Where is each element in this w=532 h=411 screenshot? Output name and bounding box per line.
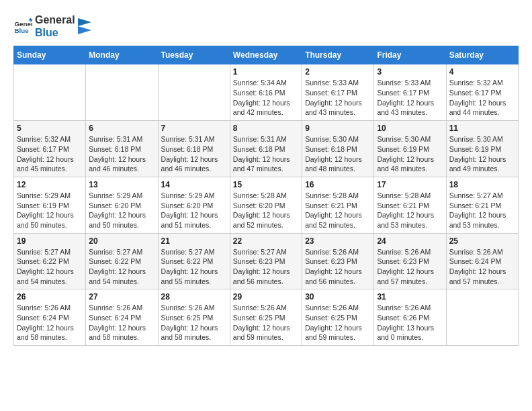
day-info: Sunrise: 5:26 AM Sunset: 6:24 PM Dayligh… xyxy=(89,303,154,342)
calendar-day-cell xyxy=(446,289,518,346)
day-number: 14 xyxy=(161,180,227,189)
calendar-week-row: 19Sunrise: 5:27 AM Sunset: 6:22 PM Dayli… xyxy=(14,233,519,289)
day-number: 10 xyxy=(377,124,443,133)
day-number: 13 xyxy=(89,180,154,189)
day-number: 12 xyxy=(17,180,83,189)
day-number: 16 xyxy=(305,180,371,189)
day-info: Sunrise: 5:34 AM Sunset: 6:16 PM Dayligh… xyxy=(233,78,299,118)
calendar-day-cell: 15Sunrise: 5:28 AM Sunset: 6:20 PM Dayli… xyxy=(230,177,302,233)
day-number: 3 xyxy=(377,67,443,77)
day-number: 4 xyxy=(449,67,515,77)
day-number: 20 xyxy=(89,236,154,246)
day-info: Sunrise: 5:30 AM Sunset: 6:19 PM Dayligh… xyxy=(449,134,515,174)
day-number: 7 xyxy=(161,124,227,133)
calendar-day-cell: 24Sunrise: 5:26 AM Sunset: 6:23 PM Dayli… xyxy=(374,233,446,289)
day-number: 23 xyxy=(305,236,371,246)
day-info: Sunrise: 5:30 AM Sunset: 6:19 PM Dayligh… xyxy=(377,134,443,174)
calendar-day-cell: 5Sunrise: 5:32 AM Sunset: 6:17 PM Daylig… xyxy=(14,121,86,177)
day-info: Sunrise: 5:26 AM Sunset: 6:23 PM Dayligh… xyxy=(305,247,371,287)
calendar-day-cell: 8Sunrise: 5:31 AM Sunset: 6:18 PM Daylig… xyxy=(230,121,302,177)
day-number: 8 xyxy=(233,124,299,133)
weekday-header: Tuesday xyxy=(158,46,230,64)
calendar-day-cell: 4Sunrise: 5:32 AM Sunset: 6:17 PM Daylig… xyxy=(446,64,518,121)
calendar-day-cell: 22Sunrise: 5:27 AM Sunset: 6:23 PM Dayli… xyxy=(230,233,302,289)
calendar-day-cell: 9Sunrise: 5:30 AM Sunset: 6:18 PM Daylig… xyxy=(302,121,374,177)
day-info: Sunrise: 5:33 AM Sunset: 6:17 PM Dayligh… xyxy=(305,78,371,118)
day-info: Sunrise: 5:27 AM Sunset: 6:22 PM Dayligh… xyxy=(161,247,227,287)
calendar-day-cell: 3Sunrise: 5:33 AM Sunset: 6:17 PM Daylig… xyxy=(374,64,446,121)
calendar-day-cell: 21Sunrise: 5:27 AM Sunset: 6:22 PM Dayli… xyxy=(158,233,230,289)
calendar-day-cell: 6Sunrise: 5:31 AM Sunset: 6:18 PM Daylig… xyxy=(86,121,158,177)
calendar-day-cell: 19Sunrise: 5:27 AM Sunset: 6:22 PM Dayli… xyxy=(14,233,86,289)
day-info: Sunrise: 5:27 AM Sunset: 6:21 PM Dayligh… xyxy=(449,191,515,230)
calendar-day-cell: 31Sunrise: 5:26 AM Sunset: 6:26 PM Dayli… xyxy=(374,289,446,346)
calendar-day-cell: 23Sunrise: 5:26 AM Sunset: 6:23 PM Dayli… xyxy=(302,233,374,289)
calendar-header-row: SundayMondayTuesdayWednesdayThursdayFrid… xyxy=(14,46,519,64)
day-info: Sunrise: 5:26 AM Sunset: 6:26 PM Dayligh… xyxy=(377,303,443,342)
day-number: 6 xyxy=(89,124,154,133)
day-info: Sunrise: 5:28 AM Sunset: 6:21 PM Dayligh… xyxy=(377,191,443,230)
day-info: Sunrise: 5:27 AM Sunset: 6:22 PM Dayligh… xyxy=(89,247,154,287)
day-number: 27 xyxy=(89,292,154,302)
calendar-day-cell: 30Sunrise: 5:26 AM Sunset: 6:25 PM Dayli… xyxy=(302,289,374,346)
day-info: Sunrise: 5:31 AM Sunset: 6:18 PM Dayligh… xyxy=(89,134,154,174)
day-info: Sunrise: 5:26 AM Sunset: 6:25 PM Dayligh… xyxy=(305,303,371,342)
day-info: Sunrise: 5:28 AM Sunset: 6:20 PM Dayligh… xyxy=(233,191,299,230)
calendar-week-row: 26Sunrise: 5:26 AM Sunset: 6:24 PM Dayli… xyxy=(14,289,519,346)
day-info: Sunrise: 5:29 AM Sunset: 6:20 PM Dayligh… xyxy=(89,191,154,230)
day-info: Sunrise: 5:26 AM Sunset: 6:24 PM Dayligh… xyxy=(449,247,515,287)
calendar-day-cell xyxy=(158,64,230,121)
day-number: 28 xyxy=(161,292,227,302)
svg-marker-5 xyxy=(78,26,91,34)
calendar-day-cell: 18Sunrise: 5:27 AM Sunset: 6:21 PM Dayli… xyxy=(446,177,518,233)
calendar-day-cell: 16Sunrise: 5:28 AM Sunset: 6:21 PM Dayli… xyxy=(302,177,374,233)
calendar-day-cell xyxy=(86,64,158,121)
calendar-day-cell: 12Sunrise: 5:29 AM Sunset: 6:19 PM Dayli… xyxy=(14,177,86,233)
weekday-header: Saturday xyxy=(446,46,518,64)
calendar-day-cell: 27Sunrise: 5:26 AM Sunset: 6:24 PM Dayli… xyxy=(86,289,158,346)
calendar-day-cell: 17Sunrise: 5:28 AM Sunset: 6:21 PM Dayli… xyxy=(374,177,446,233)
day-number: 24 xyxy=(377,236,443,246)
day-number: 25 xyxy=(449,236,515,246)
weekday-header: Monday xyxy=(86,46,158,64)
day-number: 21 xyxy=(161,236,227,246)
day-number: 31 xyxy=(377,292,443,302)
logo: General Blue General Blue xyxy=(13,13,91,39)
day-info: Sunrise: 5:26 AM Sunset: 6:23 PM Dayligh… xyxy=(377,247,443,287)
calendar-week-row: 1Sunrise: 5:34 AM Sunset: 6:16 PM Daylig… xyxy=(14,64,519,121)
day-number: 18 xyxy=(449,180,515,189)
day-info: Sunrise: 5:28 AM Sunset: 6:21 PM Dayligh… xyxy=(305,191,371,230)
calendar-week-row: 5Sunrise: 5:32 AM Sunset: 6:17 PM Daylig… xyxy=(14,121,519,177)
calendar-day-cell: 20Sunrise: 5:27 AM Sunset: 6:22 PM Dayli… xyxy=(86,233,158,289)
day-number: 2 xyxy=(305,67,371,77)
weekday-header: Thursday xyxy=(302,46,374,64)
calendar-table: SundayMondayTuesdayWednesdayThursdayFrid… xyxy=(13,46,519,346)
day-number: 19 xyxy=(17,236,83,246)
svg-text:Blue: Blue xyxy=(14,27,29,34)
calendar-day-cell: 10Sunrise: 5:30 AM Sunset: 6:19 PM Dayli… xyxy=(374,121,446,177)
day-info: Sunrise: 5:27 AM Sunset: 6:22 PM Dayligh… xyxy=(17,247,83,287)
day-info: Sunrise: 5:31 AM Sunset: 6:18 PM Dayligh… xyxy=(161,134,227,174)
logo-general: General xyxy=(35,13,75,26)
weekday-header: Friday xyxy=(374,46,446,64)
day-number: 9 xyxy=(305,124,371,133)
day-info: Sunrise: 5:32 AM Sunset: 6:17 PM Dayligh… xyxy=(449,78,515,118)
day-number: 1 xyxy=(233,67,299,77)
logo-icon: General Blue xyxy=(13,17,32,36)
day-number: 26 xyxy=(17,292,83,302)
day-info: Sunrise: 5:33 AM Sunset: 6:17 PM Dayligh… xyxy=(377,78,443,118)
svg-marker-4 xyxy=(78,18,91,26)
calendar-day-cell: 2Sunrise: 5:33 AM Sunset: 6:17 PM Daylig… xyxy=(302,64,374,121)
day-number: 11 xyxy=(449,124,515,133)
calendar-day-cell: 1Sunrise: 5:34 AM Sunset: 6:16 PM Daylig… xyxy=(230,64,302,121)
calendar-day-cell: 11Sunrise: 5:30 AM Sunset: 6:19 PM Dayli… xyxy=(446,121,518,177)
day-number: 5 xyxy=(17,124,83,133)
day-info: Sunrise: 5:26 AM Sunset: 6:25 PM Dayligh… xyxy=(161,303,227,342)
day-number: 30 xyxy=(305,292,371,302)
day-info: Sunrise: 5:29 AM Sunset: 6:20 PM Dayligh… xyxy=(161,191,227,230)
logo-flag-icon xyxy=(78,18,91,34)
weekday-header: Sunday xyxy=(14,46,86,64)
day-number: 29 xyxy=(233,292,299,302)
calendar-day-cell: 13Sunrise: 5:29 AM Sunset: 6:20 PM Dayli… xyxy=(86,177,158,233)
day-number: 22 xyxy=(233,236,299,246)
